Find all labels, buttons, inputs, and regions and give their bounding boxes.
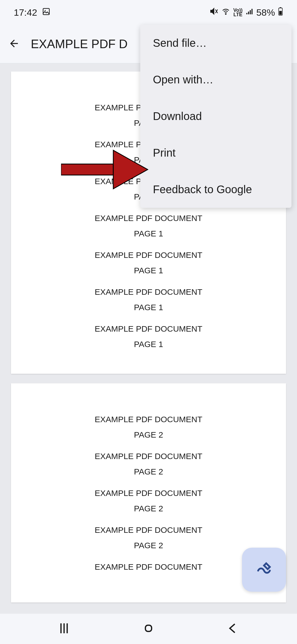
pdf-line: EXAMPLE PDF DOCUMENT bbox=[22, 323, 275, 335]
pdf-line: PAGE 1 bbox=[22, 303, 275, 312]
svg-point-1 bbox=[45, 10, 46, 11]
status-time: 17:42 bbox=[14, 7, 37, 18]
volte-icon: Vo))LTE bbox=[233, 8, 243, 17]
status-left: 17:42 bbox=[14, 7, 50, 18]
menu-print[interactable]: Print bbox=[140, 135, 292, 171]
pdf-line: PAGE 2 bbox=[22, 504, 275, 513]
menu-send-file[interactable]: Send file… bbox=[140, 25, 292, 61]
back-nav-icon[interactable] bbox=[226, 621, 240, 637]
menu-open-with[interactable]: Open with… bbox=[140, 61, 292, 98]
pdf-line: PAGE 2 bbox=[22, 541, 275, 550]
signal-icon bbox=[245, 7, 254, 18]
pdf-line: EXAMPLE PDF DOCUMENT bbox=[22, 249, 275, 261]
system-nav-bar bbox=[0, 614, 297, 644]
pdf-line: EXAMPLE PDF DOCUMENT bbox=[22, 286, 275, 298]
pdf-line: PAGE 2 bbox=[22, 467, 275, 476]
svg-rect-7 bbox=[145, 625, 152, 632]
battery-percent: 58% bbox=[256, 7, 275, 18]
page-title: EXAMPLE PDF D bbox=[31, 37, 128, 51]
gallery-icon bbox=[42, 7, 50, 18]
wifi-icon bbox=[221, 7, 230, 18]
svg-rect-0 bbox=[43, 8, 50, 15]
svg-marker-6 bbox=[113, 150, 148, 189]
svg-rect-5 bbox=[61, 164, 113, 175]
overflow-menu: Send file… Open with… Download Print Fee… bbox=[140, 25, 292, 208]
mute-icon bbox=[210, 7, 218, 18]
pdf-line: PAGE 2 bbox=[22, 430, 275, 440]
pdf-line: EXAMPLE PDF DOCUMENT bbox=[22, 561, 275, 573]
home-icon[interactable] bbox=[141, 621, 156, 637]
svg-rect-4 bbox=[279, 11, 282, 15]
pdf-line: PAGE 1 bbox=[22, 229, 275, 238]
annotation-arrow bbox=[61, 148, 149, 193]
pdf-line: EXAMPLE PDF DOCUMENT bbox=[22, 487, 275, 499]
pdf-line: EXAMPLE PDF DOCUMENT bbox=[22, 414, 275, 425]
svg-rect-3 bbox=[280, 7, 281, 8]
back-icon[interactable] bbox=[8, 38, 20, 50]
pdf-line: PAGE 1 bbox=[22, 266, 275, 275]
menu-download[interactable]: Download bbox=[140, 98, 292, 135]
annotate-fab[interactable] bbox=[242, 548, 286, 592]
pdf-line: EXAMPLE PDF DOCUMENT bbox=[22, 212, 275, 224]
recents-icon[interactable] bbox=[57, 621, 72, 637]
status-bar: 17:42 Vo))LTE 58% bbox=[0, 0, 297, 25]
menu-feedback[interactable]: Feedback to Google bbox=[140, 171, 292, 208]
scribble-icon bbox=[255, 560, 273, 579]
status-right: Vo))LTE 58% bbox=[210, 7, 283, 18]
pdf-line: PAGE 1 bbox=[22, 340, 275, 349]
battery-icon bbox=[278, 7, 283, 18]
pdf-line: EXAMPLE PDF DOCUMENT bbox=[22, 524, 275, 536]
pdf-line: EXAMPLE PDF DOCUMENT bbox=[22, 451, 275, 462]
